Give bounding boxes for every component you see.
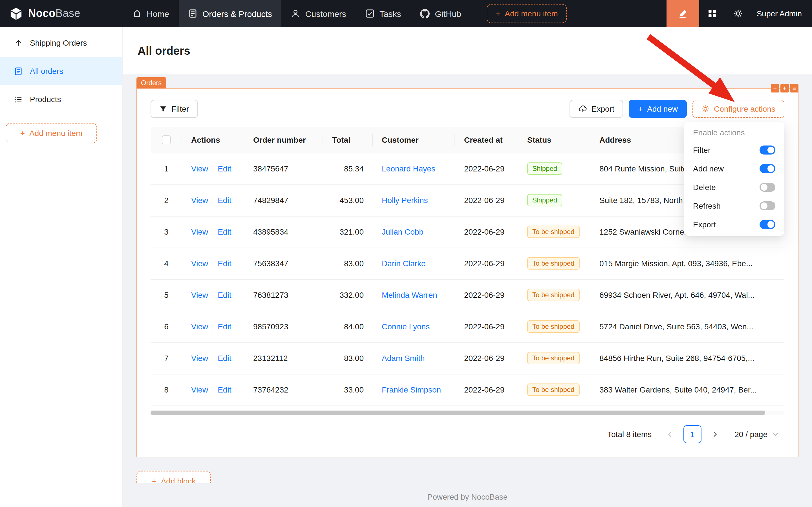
nav-item-home[interactable]: Home: [123, 0, 179, 27]
add-block-button[interactable]: + Add block: [136, 471, 211, 483]
enable-action-item[interactable]: Filter: [686, 140, 782, 159]
edit-link[interactable]: Edit: [218, 354, 231, 362]
configure-actions-button[interactable]: Configure actions: [692, 100, 785, 118]
cell-total: 33.00: [323, 374, 373, 405]
enable-action-item[interactable]: Delete: [686, 178, 782, 196]
table-row[interactable]: 5 ViewEdit 76381273 332.00 Melinda Warre…: [151, 279, 785, 311]
cell-order-number: 76381273: [244, 279, 323, 311]
page-size-select[interactable]: 20 / page: [728, 425, 785, 443]
action-divider: [213, 386, 213, 394]
list-icon: [14, 95, 22, 104]
view-link[interactable]: View: [191, 227, 208, 236]
block-collection-tag: Orders: [136, 77, 166, 89]
customer-link[interactable]: Darin Clarke: [382, 259, 426, 268]
customer-link[interactable]: Julian Cobb: [382, 227, 423, 236]
table-row[interactable]: 8 ViewEdit 73764232 33.00 Frankie Simpso…: [151, 374, 785, 405]
edit-link[interactable]: Edit: [218, 164, 231, 173]
block-settings-icon[interactable]: ≡: [790, 84, 799, 93]
view-link[interactable]: View: [191, 259, 208, 268]
view-link[interactable]: View: [191, 385, 208, 394]
customer-link[interactable]: Holly Perkins: [382, 196, 428, 205]
customer-link[interactable]: Leonard Hayes: [382, 164, 435, 173]
plugins-grid-button[interactable]: [699, 0, 725, 27]
view-link[interactable]: View: [191, 196, 208, 205]
cell-created-at: 2022-06-29: [455, 247, 518, 279]
logo-text-bold: Noco: [28, 7, 56, 19]
cell-total: 321.00: [323, 216, 373, 247]
cell-address: 5724 Daniel Drive, Suite 563, 54403, Wen…: [590, 311, 785, 342]
nav-item-tasks[interactable]: Tasks: [356, 0, 411, 27]
sidebar-add-menu-item-button[interactable]: + Add menu item: [6, 123, 97, 143]
edit-link[interactable]: Edit: [218, 385, 231, 394]
enable-action-item[interactable]: Export: [686, 215, 782, 233]
navbar-add-menu-item-button[interactable]: + Add menu item: [487, 4, 567, 23]
enable-action-item[interactable]: Add new: [686, 159, 782, 178]
add-new-button[interactable]: + Add new: [629, 100, 687, 118]
view-link[interactable]: View: [191, 290, 208, 299]
nav-item-orders-products[interactable]: Orders & Products: [179, 0, 282, 27]
nav-item-github[interactable]: GitHub: [411, 0, 471, 27]
plus-icon: +: [152, 476, 156, 483]
add-menu-item-label: Add menu item: [505, 9, 558, 18]
customer-link[interactable]: Adam Smith: [382, 354, 425, 362]
table-row[interactable]: 6 ViewEdit 98570923 84.00 Connie Lyons 2…: [151, 311, 785, 342]
edit-link[interactable]: Edit: [218, 290, 231, 299]
cell-created-at: 2022-06-29: [455, 279, 518, 311]
enable-action-item[interactable]: Refresh: [686, 196, 782, 215]
plus-icon: +: [20, 128, 25, 137]
sidebar-item-products[interactable]: Products: [0, 85, 122, 113]
chevron-right-icon: [711, 431, 718, 437]
pagination-prev-button[interactable]: [660, 425, 679, 443]
filter-button[interactable]: Filter: [151, 100, 198, 118]
select-all-checkbox[interactable]: [162, 135, 171, 145]
toggle-switch[interactable]: [760, 164, 775, 173]
view-link[interactable]: View: [191, 322, 208, 331]
add-column-icon[interactable]: +: [771, 84, 779, 93]
toggle-switch[interactable]: [760, 182, 775, 191]
cell-created-at: 2022-06-29: [455, 216, 518, 247]
view-link[interactable]: View: [191, 164, 208, 173]
github-icon: [420, 9, 430, 18]
sidebar-item-all-orders[interactable]: All orders: [0, 57, 122, 85]
nav-item-customers[interactable]: Customers: [282, 0, 356, 27]
edit-link[interactable]: Edit: [218, 227, 231, 236]
action-divider: [213, 354, 213, 362]
customer-link[interactable]: Melinda Warren: [382, 290, 437, 299]
horizontal-scrollbar-thumb[interactable]: [151, 410, 765, 415]
user-menu[interactable]: Super Admin: [751, 9, 812, 18]
settings-gear-button[interactable]: [725, 0, 751, 27]
table-row[interactable]: 7 ViewEdit 23132112 83.00 Adam Smith 202…: [151, 342, 785, 374]
grid-icon: [708, 9, 717, 18]
edit-link[interactable]: Edit: [218, 322, 231, 331]
column-header-status: Status: [518, 127, 590, 153]
cell-address: 015 Margie Mission, Apt. 093, 34936, Ebe…: [590, 247, 785, 279]
view-link[interactable]: View: [191, 354, 208, 362]
ui-editor-button[interactable]: [666, 0, 699, 27]
add-block-icon[interactable]: +: [780, 84, 789, 93]
pagination-page-1-button[interactable]: 1: [683, 425, 701, 443]
edit-link[interactable]: Edit: [218, 196, 231, 205]
toggle-switch[interactable]: [760, 145, 775, 154]
add-menu-item-label: Add menu item: [29, 128, 82, 137]
app-root: NocoBase Home Orders & Products Customer…: [0, 0, 812, 507]
toggle-switch[interactable]: [760, 220, 775, 229]
export-button[interactable]: Export: [570, 100, 623, 118]
action-divider: [213, 228, 213, 236]
edit-link[interactable]: Edit: [218, 259, 231, 268]
logo-text-light: Base: [56, 7, 80, 19]
customer-link[interactable]: Frankie Simpson: [382, 385, 441, 394]
sidebar-item-shipping-orders[interactable]: Shipping Orders: [0, 29, 122, 57]
nav-item-label: GitHub: [435, 9, 461, 18]
pagination-next-button[interactable]: [706, 425, 724, 443]
cell-order-number: 75638347: [244, 247, 323, 279]
row-index: 3: [151, 216, 182, 247]
toggle-switch[interactable]: [760, 201, 775, 210]
plus-icon: +: [638, 104, 643, 113]
status-badge: To be shipped: [527, 226, 579, 238]
pagination-total: Total 8 items: [607, 430, 651, 439]
table-row[interactable]: 4 ViewEdit 75638347 83.00 Darin Clarke 2…: [151, 247, 785, 279]
nocobase-logo[interactable]: NocoBase: [0, 0, 123, 27]
customer-link[interactable]: Connie Lyons: [382, 322, 430, 331]
enable-action-label: Export: [693, 220, 716, 229]
add-new-label: Add new: [647, 104, 678, 113]
